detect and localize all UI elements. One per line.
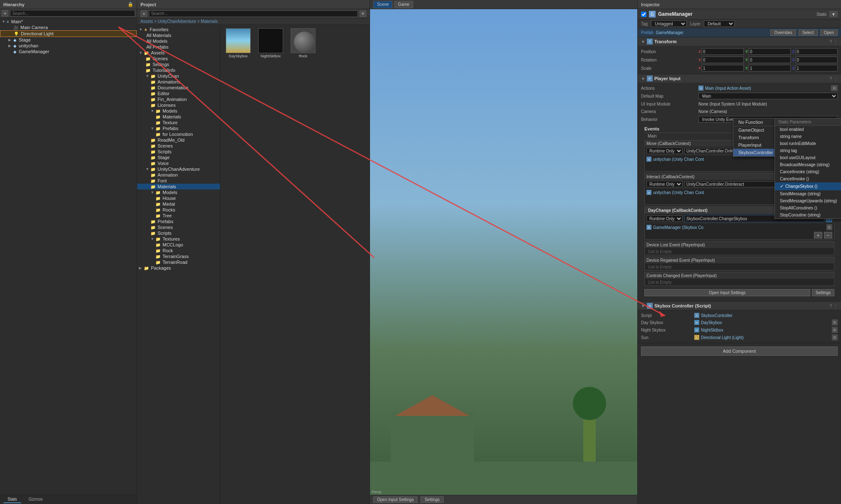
hierarchy-item-directional-light[interactable]: 💡 Directional Light [0, 30, 137, 37]
daychange-remove-btn[interactable]: − [824, 232, 832, 238]
favorites-all-materials[interactable]: All Materials [137, 32, 220, 38]
pos-x-input[interactable] [702, 48, 744, 55]
component-menu-icon[interactable]: ⋮ [834, 39, 838, 44]
asset-item-nightskybox[interactable]: NightSktbox [256, 28, 285, 58]
param-change-skybox[interactable]: ✓ ChangeSkybox () [775, 182, 841, 190]
assets-section[interactable]: ▼ 📁 Assets [137, 50, 220, 56]
favorites-all-prefabs[interactable]: All Prefabs [137, 44, 220, 50]
component-menu-icon[interactable]: ⋮ [834, 76, 838, 81]
sun-select-btn[interactable]: ⊙ [832, 334, 838, 340]
project-add-btn[interactable]: + [141, 10, 147, 17]
tree-item-tutorialinfo[interactable]: 📁 TutorialInfo [137, 67, 220, 73]
open-input-settings-btn2[interactable]: Open Input Settings [644, 289, 810, 296]
skybox-controller-header[interactable]: ▼ S Skybox Controller (Script) ? ⋮ [638, 302, 841, 310]
static-dropdown-btn[interactable]: ▼ [829, 11, 838, 17]
tree-item-documentation[interactable]: 📁 Documentation [137, 85, 220, 91]
tree-item-medal[interactable]: 📁 Medal [137, 201, 220, 207]
asset-item-dayskybox[interactable]: DaySkybox [224, 28, 253, 58]
daychange-runtime-dropdown[interactable]: Runtime Only [646, 215, 683, 222]
tree-item-rocks[interactable]: 📁 Rocks [137, 207, 220, 213]
hierarchy-item-unitychan[interactable]: ▶ ◆ unitychan [0, 43, 137, 49]
tree-item-unitychanadventure[interactable]: ▼ 📁 UnityChanAdventure [137, 166, 220, 172]
tree-item-settings[interactable]: 📁 Settings [137, 61, 220, 67]
pos-z-input[interactable] [796, 48, 838, 55]
tree-item-materials[interactable]: 📁 Materials [137, 114, 220, 120]
open-input-settings-btn[interactable]: Open Input Settings [373, 497, 417, 503]
static-toggle[interactable]: Static [816, 12, 827, 17]
param-cancel-invoke-string[interactable]: CancelInvoke (string) [775, 168, 841, 175]
tree-item-licenses[interactable]: 📁 Licenses [137, 102, 220, 108]
tree-item-terraingrass[interactable]: 📁 TerrainGrass [137, 253, 220, 259]
interact-runtime-dropdown[interactable]: Runtime Only [646, 181, 683, 187]
favorites-section[interactable]: ▼ ★ Favorites [137, 27, 220, 32]
tree-item-scenes2[interactable]: 📁 Scenes [137, 143, 220, 149]
tree-item-font[interactable]: 📁 Font [137, 178, 220, 184]
pos-y-input[interactable] [749, 48, 791, 55]
rot-z-input[interactable] [796, 57, 838, 63]
night-skybox-select-btn[interactable]: ⊙ [832, 327, 838, 333]
player-input-header[interactable]: ▼ P Player Input ? ⋮ [638, 74, 841, 83]
settings-btn[interactable]: Settings [421, 497, 443, 503]
scale-x-input[interactable] [702, 65, 744, 71]
tree-item-unitychan[interactable]: ▼ 📁 UnityChan [137, 73, 220, 79]
tree-item-animation2[interactable]: 📁 Animation [137, 172, 220, 178]
param-bool-run-in-edit[interactable]: bool runInEditMode [775, 140, 841, 147]
tree-item-scenes[interactable]: 📁 Scenes [137, 56, 220, 61]
hierarchy-item-stage[interactable]: ▶ ◆ Stage [0, 37, 137, 43]
hierarchy-add-btn[interactable]: + [2, 10, 8, 17]
tree-item-scenes-uca[interactable]: 📁 Scenes [137, 224, 220, 230]
tree-item-prefabs[interactable]: ▼ 📁 Prefabs [137, 125, 220, 131]
stats-tab[interactable]: Stats [3, 496, 21, 503]
tag-dropdown[interactable]: Untagged [651, 20, 687, 27]
tree-item-models-uca[interactable]: ▼ 📁 Models [137, 189, 220, 195]
actions-select-btn[interactable]: ⊙ [831, 85, 838, 91]
tree-item-for-locomotion[interactable]: 📁 for Locomotion [137, 131, 220, 137]
param-stop-all-coroutines[interactable]: StopAllCoroutines () [775, 204, 841, 211]
tree-item-mcclogo[interactable]: 📁 MCCLogo [137, 242, 220, 248]
param-stop-coroutine[interactable]: StopCoroutine (string) [775, 211, 841, 219]
move-runtime-dropdown[interactable]: Runtime Only [646, 148, 683, 154]
layer-dropdown[interactable]: Default [704, 20, 735, 27]
day-skybox-select-btn[interactable]: ⊙ [832, 320, 838, 325]
select-btn[interactable]: Select [799, 30, 818, 36]
project-view-btn[interactable]: ≡ [360, 10, 366, 17]
hierarchy-item-main[interactable]: ▼ ≡ Main* [0, 19, 137, 25]
scale-y-input[interactable] [749, 65, 791, 71]
param-string-tag[interactable]: string tag [775, 147, 841, 154]
daychange-obj-select-btn[interactable]: ⊙ [826, 224, 832, 230]
tree-item-rock[interactable]: 📁 Rock [137, 248, 220, 253]
open-btn[interactable]: Open [820, 30, 838, 36]
tree-item-scripts-uca[interactable]: 📁 Scripts [137, 230, 220, 236]
tree-item-editor[interactable]: 📁 Editor [137, 91, 220, 96]
tree-item-models[interactable]: ▼ 📁 Models [137, 108, 220, 114]
hierarchy-search[interactable] [10, 10, 135, 17]
tree-item-terrainroad[interactable]: 📁 TerrainRoad [137, 259, 220, 265]
tree-item-tree[interactable]: 📁 Tree [137, 213, 220, 219]
hierarchy-item-camera[interactable]: 🎥 Main Camera [0, 25, 137, 30]
param-send-message[interactable]: SendMessage (string) [775, 190, 841, 197]
tree-item-textures[interactable]: ▼ 📁 Textures [137, 236, 220, 242]
param-string-name[interactable]: string name [775, 133, 841, 140]
add-component-btn[interactable]: Add Component [641, 347, 838, 356]
tree-item-stage[interactable]: 📁 Stage [137, 155, 220, 160]
param-broadcast-message[interactable]: BroadcastMessage (string) [775, 161, 841, 168]
param-send-message-upwards[interactable]: SendMessageUpwards (string) [775, 197, 841, 204]
overrides-btn[interactable]: Overrides [770, 30, 796, 36]
asset-item-rock[interactable]: Rock [289, 28, 318, 58]
scale-z-input[interactable] [796, 65, 838, 71]
hierarchy-item-gamemanager[interactable]: ◆ GameManager [0, 49, 137, 54]
default-map-dropdown[interactable]: Main [698, 93, 838, 99]
tree-item-texture[interactable]: 📁 Texture [137, 120, 220, 125]
param-cancel-invoke[interactable]: CancelInvoke () [775, 175, 841, 182]
gizmos-tab[interactable]: Gizmos [25, 496, 47, 503]
rot-x-input[interactable] [702, 57, 744, 63]
param-bool-enabled[interactable]: bool enabled [775, 126, 841, 133]
tree-item-scripts[interactable]: 📁 Scripts [137, 149, 220, 155]
tree-item-fin-animation[interactable]: 📁 Fin_Animation [137, 96, 220, 102]
scene-tab[interactable]: Scene [373, 1, 392, 8]
component-menu-icon[interactable]: ⋮ [834, 304, 838, 308]
daychange-add-btn[interactable]: + [814, 232, 822, 238]
tree-item-packages[interactable]: ▶ 📁 Packages [137, 265, 220, 271]
object-active-toggle[interactable] [641, 12, 646, 17]
tree-item-readme-old[interactable]: 📁 ReadMe_Old [137, 137, 220, 143]
